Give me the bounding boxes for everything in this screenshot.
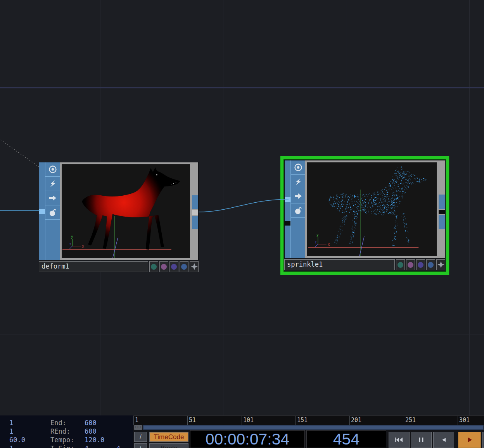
node-viewer[interactable]: y x z (60, 162, 192, 260)
pause-button[interactable] (411, 432, 432, 448)
node-body[interactable]: y x z (39, 162, 199, 260)
playbar-info-value: 1 (9, 445, 13, 448)
mode-i-button[interactable]: I (134, 443, 147, 448)
timeline-range-bar[interactable] (143, 425, 484, 430)
playbar-info-panel: 1End:6001REnd:60060.0Tempo:120.01T.Sig:4… (0, 415, 133, 448)
ruler-tick (349, 416, 350, 425)
bypass-flag-icon[interactable] (45, 205, 60, 220)
network-editor[interactable]: y x z deform1 (0, 0, 484, 448)
swatch-color-dot (408, 262, 413, 268)
node-sprinkle1[interactable]: y x z sprinkle1 (284, 160, 445, 270)
input-strip[interactable] (39, 162, 45, 260)
node-body[interactable]: y x z (284, 160, 445, 258)
viewer-active-flag-icon[interactable] (45, 162, 60, 177)
node-name-field[interactable]: deform1 (39, 261, 148, 272)
svg-text:z: z (315, 241, 317, 244)
output-connector[interactable] (192, 210, 198, 215)
palette-swatch[interactable] (396, 259, 405, 270)
ruler-tick-label: 301 (459, 417, 470, 424)
color-swatches (149, 261, 199, 272)
z-axis-line (359, 236, 364, 256)
viewer-active-flag-icon[interactable] (291, 160, 305, 175)
flag-column (45, 162, 60, 260)
output-strip[interactable] (439, 160, 445, 258)
palette-swatch[interactable] (406, 259, 415, 270)
play-reverse-button[interactable] (433, 432, 454, 448)
swatch-color-dot (181, 264, 187, 270)
cook-flag-icon[interactable] (45, 177, 60, 191)
palette-swatch[interactable] (426, 259, 435, 270)
node-viewer[interactable]: y x z (305, 160, 439, 258)
axis-gizmo: y x z (315, 233, 330, 247)
palette-swatch[interactable] (149, 261, 158, 272)
playbar-info-label: End: (50, 419, 66, 427)
output-scroll-segment[interactable] (192, 216, 198, 229)
playbar-info-value: 4 (85, 445, 88, 448)
transport-extra-button[interactable] (482, 432, 484, 448)
family-star-icon[interactable] (436, 259, 445, 270)
ruler-tick (404, 416, 404, 425)
deform1-to-sprinkle1-wire[interactable] (199, 199, 289, 212)
palette-swatch[interactable] (180, 261, 188, 272)
grid-line (0, 334, 484, 334)
swatch-color-dot (161, 264, 167, 270)
play-forward-button[interactable] (458, 432, 481, 448)
cook-flag-icon[interactable] (291, 175, 305, 189)
mode-slash-button[interactable]: / (134, 432, 147, 442)
jump-to-start-button[interactable] (389, 432, 410, 448)
family-star-icon[interactable] (190, 261, 199, 272)
flag-column-spacer (45, 220, 60, 260)
output-strip[interactable] (192, 162, 198, 260)
output-scroll-segment[interactable] (439, 195, 445, 209)
export-flag-icon[interactable] (45, 191, 60, 205)
input-connector[interactable] (285, 197, 290, 202)
axis-gizmo: y x z (69, 234, 84, 249)
output-strip-notch (439, 210, 445, 214)
ruler-tick-label: 51 (189, 417, 196, 424)
node-name-bar: deform1 (39, 261, 199, 272)
input-connector[interactable] (39, 209, 45, 214)
timeline-scroll-handle-icon[interactable]: ••• (134, 425, 142, 430)
playbar-info-value: 1 (9, 427, 13, 435)
bypass-flag-icon[interactable] (291, 203, 305, 218)
palette-swatch[interactable] (169, 261, 178, 272)
timeline-scroll-row: ••• (133, 425, 484, 430)
input-strip-notch (285, 221, 290, 226)
swatch-color-dot (418, 262, 424, 268)
svg-text:z: z (69, 243, 71, 246)
reference-dotted-wire (0, 138, 39, 167)
point-cloud (323, 164, 430, 249)
playbar-info-label: REnd: (50, 427, 70, 435)
grid-origin-line (0, 87, 484, 88)
svg-text:y: y (316, 233, 319, 237)
color-swatches (396, 259, 445, 270)
frame-display: 454 (306, 430, 386, 448)
playbar-info-value: 60.0 (9, 436, 25, 444)
deform1-viewport-scene: y x z (62, 164, 190, 258)
swatch-color-dot (398, 262, 403, 268)
z-axis-line (112, 238, 118, 258)
flag-column (291, 160, 305, 258)
palette-swatch[interactable] (416, 259, 425, 270)
playbar-info-label: T.Sig: (50, 445, 74, 448)
selection-border: y x z sprinkle1 (280, 156, 449, 275)
svg-text:x: x (82, 244, 84, 248)
input-strip[interactable] (285, 160, 291, 258)
output-scroll-segment[interactable] (192, 195, 198, 209)
playbar-info-value: 1 (9, 419, 13, 427)
timecode-mode-button[interactable]: TimeCode (149, 432, 188, 442)
export-flag-icon[interactable] (291, 189, 305, 203)
deer-eye (156, 174, 157, 176)
playbar-info-value: 600 (85, 427, 97, 435)
sprinkle1-viewport-scene: y x z (307, 162, 437, 256)
beats-mode-button[interactable]: Beats (149, 443, 188, 448)
output-scroll-segment[interactable] (439, 215, 445, 229)
palette-swatch[interactable] (159, 261, 168, 272)
timeline-ruler[interactable]: 151101151201251301 (133, 415, 484, 425)
playbar-info-value: 4 (116, 445, 120, 448)
svg-text:y: y (71, 234, 73, 239)
swatch-color-dot (171, 264, 177, 270)
ruler-tick-label: 1 (135, 417, 138, 424)
node-deform1[interactable]: y x z deform1 (39, 162, 199, 272)
node-name-field[interactable]: sprinkle1 (284, 259, 395, 270)
